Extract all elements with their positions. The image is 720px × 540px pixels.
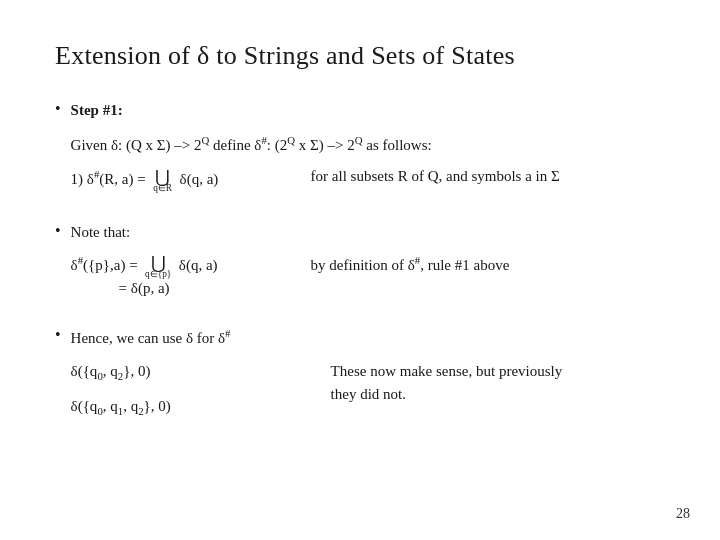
note-line1: δ#({p},a) = ⋃ q∈{p} δ(q, a) bbox=[71, 254, 271, 279]
given-line: Given δ: (Q x Σ) –> 2Q define δ#: (2Q x … bbox=[71, 132, 665, 157]
note-heading: Note that: bbox=[71, 221, 665, 244]
hence-line2: δ({q0, q1, q2}, 0) bbox=[71, 395, 291, 420]
slide-container: Extension of δ to Strings and Sets of St… bbox=[0, 0, 720, 540]
union-symbol-1: ⋃ q∈R bbox=[153, 168, 172, 193]
note-math-left: δ#({p},a) = ⋃ q∈{p} δ(q, a) = δ(p, a) bbox=[71, 254, 271, 296]
union-symbol-2: ⋃ q∈{p} bbox=[145, 254, 171, 279]
bullet-content-3: Hence, we can use δ for δ# δ({q0, q2}, 0… bbox=[71, 325, 665, 430]
note-math-row: δ#({p},a) = ⋃ q∈{p} δ(q, a) = δ(p, a) bbox=[71, 254, 665, 296]
rule1-right: for all subsets R of Q, and symbols a in… bbox=[311, 168, 665, 185]
note-line2: = δ(p, a) bbox=[119, 280, 271, 297]
page-number: 28 bbox=[676, 506, 690, 522]
bullet-content-2: Note that: δ#({p},a) = ⋃ q∈{p} δ(q, a) bbox=[71, 221, 665, 303]
bullet-dot-3: • bbox=[55, 326, 61, 344]
bullet-content-1: Step #1: Given δ: (Q x Σ) –> 2Q define δ… bbox=[71, 99, 665, 199]
hence-two-col: δ({q0, q2}, 0) δ({q0, q1, q2}, 0) These … bbox=[71, 360, 665, 429]
hence-note: These now make sense, but previouslythey… bbox=[331, 360, 665, 407]
hence-col-right: These now make sense, but previouslythey… bbox=[331, 360, 665, 429]
bullet-section-3: • Hence, we can use δ for δ# δ({q0, q2},… bbox=[55, 325, 665, 430]
hence-heading: Hence, we can use δ for δ# bbox=[71, 325, 665, 350]
hence-line1: δ({q0, q2}, 0) bbox=[71, 360, 291, 385]
bullet-dot-1: • bbox=[55, 100, 61, 118]
bullet-dot-2: • bbox=[55, 222, 61, 240]
step1-heading: Step #1: bbox=[71, 99, 665, 122]
hence-col-left: δ({q0, q2}, 0) δ({q0, q1, q2}, 0) bbox=[71, 360, 291, 429]
note-math-right: by definition of δ#, rule #1 above bbox=[311, 254, 665, 274]
bullet-item-1: • Step #1: Given δ: (Q x Σ) –> 2Q define… bbox=[55, 99, 665, 199]
rule1-row: 1) δ#(R, a) = ⋃ q∈R δ(q, a) for all subs… bbox=[71, 168, 665, 193]
bullet-item-3: • Hence, we can use δ for δ# δ({q0, q2},… bbox=[55, 325, 665, 430]
bullet-section-2: • Note that: δ#({p},a) = ⋃ q∈{p} δ(q, a) bbox=[55, 221, 665, 303]
bullet-section-1: • Step #1: Given δ: (Q x Σ) –> 2Q define… bbox=[55, 99, 665, 199]
bullet-item-2: • Note that: δ#({p},a) = ⋃ q∈{p} δ(q, a) bbox=[55, 221, 665, 303]
rule1-left: 1) δ#(R, a) = ⋃ q∈R δ(q, a) bbox=[71, 168, 271, 193]
slide-title: Extension of δ to Strings and Sets of St… bbox=[55, 40, 665, 71]
